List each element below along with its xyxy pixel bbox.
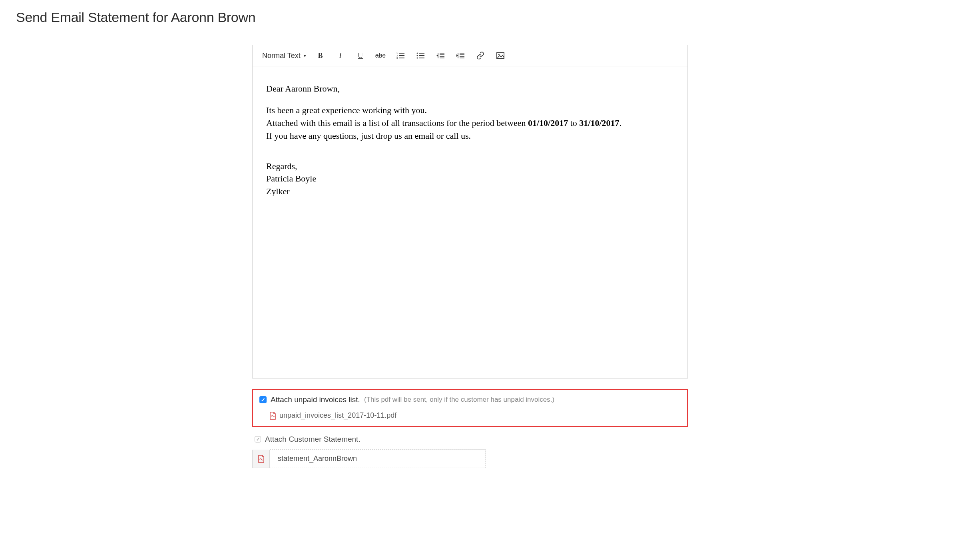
unordered-list-button[interactable] [414, 49, 427, 62]
svg-marker-17 [436, 54, 438, 57]
link-button[interactable] [474, 49, 487, 62]
underline-button[interactable]: U [354, 49, 367, 62]
caret-down-icon: ▼ [303, 54, 307, 58]
svg-text:3: 3 [396, 57, 398, 59]
email-regards: Regards, [266, 160, 674, 173]
text-style-dropdown[interactable]: Normal Text ▼ [262, 52, 307, 60]
svg-point-25 [498, 54, 500, 55]
editor-toolbar: Normal Text ▼ B I U abc 1 2 3 [253, 45, 687, 66]
unpaid-file-name: unpaid_invoices_list_2017-10-11.pdf [279, 411, 396, 420]
line2-mid: to [568, 118, 579, 128]
strikethrough-button[interactable]: abc [374, 49, 387, 62]
email-line2: Attached with this email is a list of al… [266, 117, 674, 130]
svg-point-6 [416, 53, 418, 54]
unpaid-invoices-highlight: Attach unpaid invoices list. (This pdf w… [252, 389, 688, 427]
ordered-list-icon: 1 2 3 [396, 52, 404, 59]
outdent-icon [436, 52, 444, 59]
unpaid-file-link[interactable]: unpaid_invoices_list_2017-10-11.pdf [269, 411, 681, 420]
italic-button[interactable]: I [334, 49, 347, 62]
unordered-list-icon [416, 52, 424, 59]
email-line1: Its been a great experience working with… [266, 104, 674, 117]
image-icon [496, 52, 504, 59]
attachments-section: Attach unpaid invoices list. (This pdf w… [252, 389, 688, 468]
email-body-editor[interactable]: Dear Aaronn Brown, Its been a great expe… [253, 66, 687, 378]
sender-company: Zylker [266, 185, 674, 198]
line2-prefix: Attached with this email is a list of al… [266, 118, 528, 128]
link-icon [476, 52, 484, 60]
page-header: Send Email Statement for Aaronn Brown [0, 0, 980, 35]
sender-name: Patricia Boyle [266, 172, 674, 185]
line2-suffix: . [619, 118, 622, 128]
ordered-list-button[interactable]: 1 2 3 [394, 49, 407, 62]
indent-button[interactable] [454, 49, 467, 62]
attach-unpaid-checkbox[interactable] [259, 396, 267, 403]
outdent-button[interactable] [434, 49, 447, 62]
pdf-icon [252, 450, 270, 468]
attach-unpaid-label: Attach unpaid invoices list. [271, 395, 360, 404]
email-greeting: Dear Aaronn Brown, [266, 82, 674, 95]
date-to: 31/10/2017 [579, 118, 619, 128]
pdf-icon [269, 412, 276, 420]
image-button[interactable] [494, 49, 507, 62]
statement-file-name: statement_AaronnBrown [270, 449, 486, 468]
page-title: Send Email Statement for Aaronn Brown [16, 10, 964, 25]
attach-statement-row: Attach Customer Statement. [252, 435, 688, 444]
indent-icon [456, 52, 464, 59]
svg-point-8 [416, 58, 418, 59]
attach-unpaid-hint: (This pdf will be sent, only if the cust… [364, 396, 554, 404]
bold-button[interactable]: B [314, 49, 327, 62]
date-from: 01/10/2017 [528, 118, 568, 128]
email-editor: Normal Text ▼ B I U abc 1 2 3 [252, 45, 688, 379]
attach-statement-label: Attach Customer Statement. [265, 435, 361, 444]
text-style-label: Normal Text [262, 52, 301, 60]
attach-unpaid-row: Attach unpaid invoices list. (This pdf w… [259, 395, 681, 404]
attach-statement-checkbox[interactable] [255, 436, 261, 442]
email-line3: If you have any questions, just drop us … [266, 130, 674, 142]
svg-point-7 [416, 55, 418, 56]
statement-file-chip[interactable]: statement_AaronnBrown [252, 449, 688, 468]
content-wrapper: Normal Text ▼ B I U abc 1 2 3 [128, 45, 852, 468]
